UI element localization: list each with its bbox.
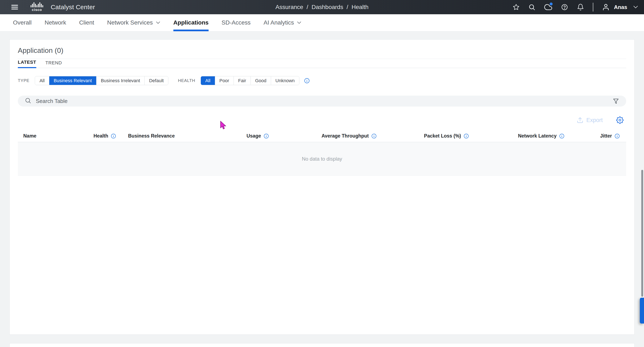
help-icon[interactable] xyxy=(561,4,568,11)
search-row xyxy=(18,96,626,106)
product-title: Catalyst Center xyxy=(51,4,95,11)
cisco-logo-word: cisco xyxy=(32,8,42,12)
cloud-icon[interactable] xyxy=(544,3,552,11)
notifications-icon[interactable] xyxy=(577,4,584,11)
assurance-nav: Overall Network Client Network Services … xyxy=(0,14,644,32)
tab-client[interactable]: Client xyxy=(79,14,94,31)
table-empty-state: No data to display xyxy=(18,142,626,176)
health-filter-label: HEALTH xyxy=(178,78,195,83)
menu-icon[interactable] xyxy=(11,4,18,10)
type-option-business-irrelevant[interactable]: Business Irrelevant xyxy=(96,76,144,85)
health-option-fair[interactable]: Fair xyxy=(234,76,250,85)
scrollbar-thumb[interactable] xyxy=(641,170,643,297)
type-filter-label: TYPE xyxy=(18,78,29,83)
health-option-unknown[interactable]: Unknown xyxy=(271,76,299,85)
page-title: Application (0) xyxy=(18,40,626,54)
breadcrumb-separator: / xyxy=(306,4,308,10)
info-icon[interactable] xyxy=(464,133,469,139)
breadcrumb: Assurance / Dashboards / Health xyxy=(276,4,368,10)
user-name[interactable]: Anas xyxy=(614,4,627,10)
tab-overall[interactable]: Overall xyxy=(13,14,32,31)
health-option-good[interactable]: Good xyxy=(250,76,271,85)
column-header-jitter[interactable]: Jitter xyxy=(564,133,620,139)
health-option-all[interactable]: All xyxy=(201,76,215,85)
user-icon[interactable] xyxy=(602,3,610,11)
health-filter-group: All Poor Fair Good Unknown xyxy=(200,76,299,85)
app-header: cisco Catalyst Center Assurance / Dashbo… xyxy=(0,0,644,14)
cisco-logo: cisco xyxy=(30,2,43,12)
chevron-down-icon[interactable] xyxy=(633,6,638,9)
empty-state-text: No data to display xyxy=(302,156,342,162)
info-icon[interactable] xyxy=(559,133,564,139)
header-divider xyxy=(593,3,593,12)
info-icon[interactable] xyxy=(264,133,269,139)
filter-icon[interactable] xyxy=(613,98,619,104)
column-header-business-relevance[interactable]: Business Relevance xyxy=(128,133,224,139)
search-input[interactable] xyxy=(36,98,613,104)
column-header-health[interactable]: Health xyxy=(94,133,128,139)
info-icon[interactable] xyxy=(111,133,116,139)
column-header-network-latency[interactable]: Network Latency xyxy=(469,133,564,139)
info-icon[interactable] xyxy=(304,78,310,84)
column-header-packet-loss[interactable]: Packet Loss (%) xyxy=(377,133,469,139)
floating-action-edge[interactable] xyxy=(640,298,644,324)
tab-network-services[interactable]: Network Services xyxy=(107,14,160,31)
chevron-down-icon xyxy=(297,21,302,24)
search-icon xyxy=(25,98,31,104)
breadcrumb-item[interactable]: Assurance xyxy=(276,4,303,10)
info-icon[interactable] xyxy=(371,133,377,139)
search-bar[interactable] xyxy=(18,96,626,106)
cisco-logo-bars xyxy=(30,2,43,7)
table-toolbar: Export xyxy=(18,116,626,124)
export-button[interactable]: Export xyxy=(577,117,603,124)
export-icon xyxy=(577,117,584,124)
header-actions: Anas xyxy=(513,0,638,14)
type-filter-group: All Business Relevant Business Irrelevan… xyxy=(35,76,168,85)
table-header-row: Name Health Business Relevance Usage Ave… xyxy=(18,130,626,142)
gear-icon[interactable] xyxy=(616,116,624,124)
search-icon[interactable] xyxy=(528,4,536,11)
filter-bar: TYPE All Business Relevant Business Irre… xyxy=(18,76,626,85)
chevron-down-icon xyxy=(156,21,160,24)
tab-ai-analytics[interactable]: AI Analytics xyxy=(264,14,302,31)
next-panel xyxy=(10,343,634,347)
info-icon[interactable] xyxy=(614,133,620,139)
type-option-all[interactable]: All xyxy=(35,76,49,85)
type-option-business-relevant[interactable]: Business Relevant xyxy=(49,76,96,85)
star-icon[interactable] xyxy=(513,4,520,10)
tab-trend[interactable]: TREND xyxy=(46,60,62,68)
view-tabs: LATEST TREND xyxy=(18,59,626,68)
breadcrumb-item[interactable]: Health xyxy=(352,4,368,10)
breadcrumb-item[interactable]: Dashboards xyxy=(312,4,343,10)
tab-latest[interactable]: LATEST xyxy=(18,60,36,68)
tab-applications[interactable]: Applications xyxy=(173,14,208,31)
breadcrumb-separator: / xyxy=(346,4,348,10)
health-option-poor[interactable]: Poor xyxy=(215,76,234,85)
column-header-usage[interactable]: Usage xyxy=(224,133,269,139)
column-header-name[interactable]: Name xyxy=(23,133,94,139)
tab-sd-access[interactable]: SD-Access xyxy=(222,14,250,31)
tab-network[interactable]: Network xyxy=(45,14,66,31)
column-header-average-throughput[interactable]: Average Throughput xyxy=(269,133,377,139)
application-panel: Application (0) LATEST TREND TYPE All Bu… xyxy=(10,40,634,335)
type-option-default[interactable]: Default xyxy=(144,76,168,85)
